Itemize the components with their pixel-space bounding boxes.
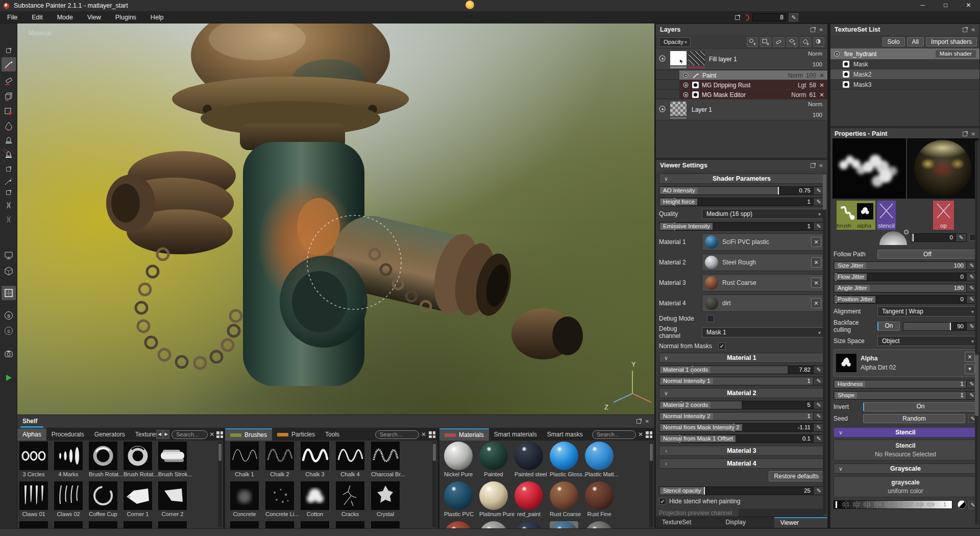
falloff-slider[interactable]: 0✎ (911, 233, 967, 242)
effect-blend-mode[interactable]: Norm (791, 91, 806, 99)
alpha-item[interactable]: Brush Rotat... (124, 442, 152, 477)
textureset-row-fire-hydrant[interactable]: fire_hydrant Main shader (830, 48, 979, 59)
alpha-item[interactable]: Coffee Cup (89, 481, 117, 517)
alpha-item[interactable]: Corner 1 (124, 481, 152, 517)
normal-intensity-1-slider[interactable]: Normal Intensity 11✎ (659, 377, 824, 385)
menu-plugins[interactable]: Plugins (108, 11, 143, 23)
viewer-settings-header[interactable]: Viewer Settings ✕ (656, 160, 827, 171)
flow-jitter-slider[interactable]: Flow Jitter0✎ (834, 273, 977, 281)
layer-row-fill-layer-1[interactable]: Fill layer 1 Norm 100 (656, 48, 827, 70)
add-layer-with-mask-button[interactable] (760, 37, 771, 47)
channel-row-mask2[interactable]: Mask2 (830, 69, 979, 80)
material-2-coords-slider[interactable]: Material 2 coords5✎ (659, 401, 824, 409)
material-item[interactable]: red_paint (514, 481, 543, 517)
layer-mask-thumbnail[interactable] (689, 51, 705, 65)
popout-icon[interactable] (963, 132, 967, 136)
section-shader-parameters[interactable]: ∨Shader Parameters (659, 174, 824, 184)
textureset-visibility-toggle[interactable] (834, 51, 840, 57)
symmetry-toggle-icon[interactable] (741, 13, 750, 22)
brush-item-partial[interactable] (336, 521, 364, 529)
close-icon[interactable]: ✕ (971, 131, 975, 137)
alpha-thumb[interactable] (857, 203, 873, 220)
scrollbar[interactable] (218, 442, 222, 527)
fire-hydrant-model[interactable]: Y X Z (17, 23, 654, 415)
material-item[interactable]: Rust Fine (585, 481, 614, 517)
popout-icon[interactable] (6, 167, 11, 172)
grayscale-section-header[interactable]: ∨Grayscale (834, 464, 977, 474)
restore-defaults-button[interactable]: Restore defaults (769, 471, 824, 481)
tab-smart-masks[interactable]: Smart masks (542, 428, 588, 441)
stencil-section-header[interactable]: ∨Stencil (834, 427, 977, 437)
tab-procedurals[interactable]: Procedurals (46, 428, 89, 441)
search-input[interactable]: Search... (172, 430, 208, 439)
eraser-effect-button[interactable] (773, 37, 785, 47)
pencil-icon[interactable]: ✎ (813, 223, 824, 230)
shader-a-button[interactable]: S (2, 308, 16, 323)
pencil-icon[interactable]: ✎ (813, 435, 824, 443)
pencil-icon[interactable]: ✎ (813, 198, 824, 206)
effect-visibility-toggle[interactable] (683, 92, 688, 97)
alpha-item-partial[interactable] (54, 521, 83, 529)
alpha-item-partial[interactable] (89, 521, 117, 529)
projection-tool-button[interactable] (2, 89, 16, 103)
remove-effect-icon[interactable]: ✕ (819, 82, 824, 89)
alpha-item-partial[interactable] (158, 521, 187, 529)
menu-mode[interactable]: Mode (50, 11, 80, 23)
alpha-item[interactable]: Corner 2 (158, 481, 187, 517)
layer-blend-mode[interactable]: Norm (808, 51, 822, 57)
effect-visibility-toggle[interactable] (683, 82, 688, 87)
shape-slider[interactable]: Shape1✎ (834, 391, 977, 400)
pencil-icon[interactable]: ✎ (813, 366, 824, 374)
material-1-resource[interactable]: SciFi PVC plastic✕ (702, 233, 824, 251)
scrollbar[interactable] (823, 173, 826, 515)
brush-tile-label[interactable]: brush (837, 223, 857, 229)
scrollbar[interactable] (975, 140, 978, 525)
add-layer-button[interactable] (787, 37, 798, 47)
layer-blend-mode[interactable]: Norm (808, 101, 822, 107)
material-item-partial[interactable] (514, 521, 543, 529)
clear-search-icon[interactable]: ✕ (421, 431, 426, 438)
alpha-item[interactable]: 4 Marks (54, 442, 83, 477)
clear-resource-icon[interactable]: ✕ (811, 257, 821, 267)
search-input[interactable]: Search... (375, 430, 419, 439)
menu-edit[interactable]: Edit (24, 11, 50, 23)
tab-textureset-settings[interactable]: TextureSet Settings (656, 517, 720, 528)
angle-jitter-slider[interactable]: Angle Jitter180✎ (834, 284, 977, 293)
scrollbar[interactable] (432, 442, 436, 527)
popout-icon[interactable] (735, 15, 740, 20)
brush-item-partial[interactable] (230, 521, 259, 529)
alpha-picker-dropdown-icon[interactable]: ▾ (965, 364, 975, 374)
stencil-tile[interactable]: stencil (877, 201, 896, 230)
section-material-1[interactable]: ∨Material 1 (659, 353, 824, 363)
symmetry-x-icon[interactable]: )( (2, 198, 16, 212)
falloff-curve-widget[interactable] (879, 231, 907, 245)
scrollbar[interactable] (649, 442, 653, 527)
clear-resource-icon[interactable]: ✕ (811, 237, 821, 247)
debug-channel-dropdown[interactable]: Mask 1▾ (702, 327, 824, 337)
section-material-2[interactable]: ∨Material 2 (659, 388, 824, 398)
black-white-toggle-icon[interactable] (958, 500, 966, 509)
properties-header[interactable]: Properties - Paint ✕ (830, 128, 979, 139)
brush-item[interactable]: Chalk 3 (301, 442, 329, 477)
material-item-partial[interactable] (444, 521, 473, 529)
layers-panel-header[interactable]: Layers ✕ (656, 24, 827, 35)
brush-item-partial[interactable] (265, 521, 294, 529)
material-item[interactable]: Plastic PVC (444, 481, 473, 517)
add-effect-button[interactable] (747, 37, 758, 47)
material-item[interactable]: Rust Coarse (550, 481, 578, 517)
symmetry-y-icon[interactable]: )( (2, 212, 16, 226)
hardness-slider[interactable]: Hardness1✎ (834, 380, 977, 388)
plugins-play-icon[interactable] (2, 371, 16, 385)
material-item[interactable]: Platinum Pure (479, 481, 508, 517)
alpha-item[interactable]: Claws 02 (54, 481, 83, 517)
channel-row-mask[interactable]: Mask (830, 59, 979, 69)
pencil-icon[interactable]: ✎ (813, 187, 824, 194)
material-item[interactable]: Plastic Gloss... (550, 442, 578, 477)
tab-viewer-settings[interactable]: Viewer Settings (774, 517, 827, 528)
alpha-item-partial[interactable] (19, 521, 48, 529)
brush-item[interactable]: Cracks (336, 481, 364, 517)
material-1-coords-slider[interactable]: Material 1 coords7.82✎ (659, 366, 824, 374)
tab-tools[interactable]: Tools (320, 428, 345, 441)
brush-item[interactable]: Chalk 2 (265, 442, 294, 477)
layer-visibility-toggle[interactable] (659, 106, 666, 112)
